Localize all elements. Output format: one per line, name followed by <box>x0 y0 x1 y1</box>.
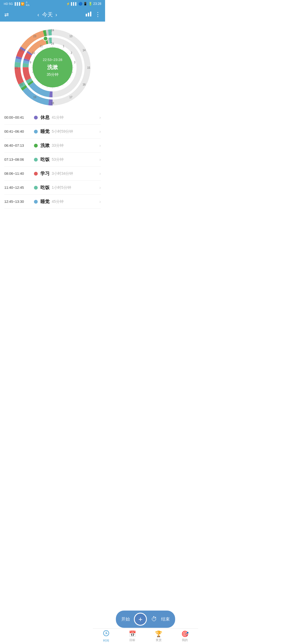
current-date-title: 今天 <box>42 11 53 18</box>
svg-rect-1 <box>88 13 89 16</box>
svg-text:15: 15 <box>87 66 90 69</box>
activity-time: 00:00~00:41 <box>4 115 34 119</box>
svg-text:17: 17 <box>69 96 72 99</box>
prev-day-button[interactable]: ‹ <box>37 12 39 18</box>
chevron-right-icon: › <box>99 199 101 204</box>
activity-item[interactable]: 00:00~00:41 休息 41分钟 › <box>4 111 101 125</box>
activity-list: 00:00~00:41 休息 41分钟 › 00:41~06:40 睡觉 5小时… <box>0 111 105 209</box>
chevron-right-icon: › <box>99 157 101 162</box>
activity-time: 12:45~13:30 <box>4 200 34 204</box>
svg-text:19: 19 <box>33 96 36 99</box>
activity-item[interactable]: 11:40~12:45 吃饭 1小时5分钟 › <box>4 181 101 195</box>
chevron-right-icon: › <box>99 171 101 176</box>
status-left: HD 5G ▐▐▐ 🛜 0K/s <box>4 1 29 6</box>
chevron-right-icon: › <box>99 143 101 148</box>
chevron-right-icon: › <box>99 115 101 120</box>
nav-left: ⇄ <box>4 11 9 18</box>
activity-dot <box>34 158 38 162</box>
svg-text:23: 23 <box>33 35 36 38</box>
top-nav: ⇄ ‹ 今天 › ⋮ <box>0 8 105 22</box>
activity-time: 00:41~06:40 <box>4 129 34 133</box>
activity-dot <box>34 186 38 190</box>
next-day-button[interactable]: › <box>56 12 57 18</box>
more-options-icon[interactable]: ⋮ <box>95 11 101 18</box>
activity-name-text: 休息 <box>40 114 50 121</box>
activity-duration: 45分钟 <box>52 199 99 204</box>
activity-dot <box>34 144 38 148</box>
activity-name-text: 吃饭 <box>40 156 50 163</box>
svg-rect-0 <box>86 14 87 16</box>
clock-status: 🔵 📱 🔋 23:28 <box>78 2 101 6</box>
chart-icon[interactable] <box>86 12 92 18</box>
battery-icon: ▌▌▌ <box>71 2 77 5</box>
chevron-right-icon: › <box>99 185 101 190</box>
svg-text:1: 1 <box>63 45 64 48</box>
status-bar: HD 5G ▐▐▐ 🛜 0K/s ⚡ ▌▌▌ 🔵 📱 🔋 23:28 <box>0 0 105 8</box>
activity-name-text: 睡觉 <box>40 198 50 205</box>
activity-dot <box>34 200 38 204</box>
svg-text:2: 2 <box>71 52 72 54</box>
activity-dot <box>34 172 38 176</box>
activity-name-text: 洗漱 <box>40 142 50 149</box>
data-speed: 0K/s <box>26 1 29 6</box>
svg-rect-2 <box>90 12 91 16</box>
activity-duration: 33分钟 <box>52 143 99 148</box>
activity-time: 06:40~07:13 <box>4 143 34 148</box>
svg-text:24: 24 <box>51 42 54 45</box>
svg-text:24: 24 <box>51 29 54 32</box>
svg-text:18: 18 <box>51 102 54 105</box>
activity-dot <box>34 116 38 119</box>
activity-item[interactable]: 06:40~07:13 洗漱 33分钟 › <box>4 139 101 153</box>
activity-time: 11:40~12:45 <box>4 186 34 190</box>
activity-name-text: 睡觉 <box>40 128 50 135</box>
activity-name-text: 学习 <box>40 170 50 177</box>
chevron-right-icon: › <box>99 129 101 134</box>
signal-icons: HD 5G ▐▐▐ 🛜 <box>4 2 25 6</box>
chart-time-range: 22:53~23:28 <box>43 57 63 63</box>
nav-title-area: ‹ 今天 › <box>37 11 57 18</box>
activity-duration: 5小时59分钟 <box>52 129 99 134</box>
svg-text:22: 22 <box>20 49 23 52</box>
chart-container: 24 1 2 3 4 5 6 7 8 9 10 11 12 24 13 14 1… <box>0 22 105 111</box>
activity-duration: 3小时34分钟 <box>52 171 99 176</box>
svg-text:3: 3 <box>74 61 75 64</box>
activity-time: 07:13~08:06 <box>4 157 34 162</box>
activity-item[interactable]: 08:06~11:40 学习 3小时34分钟 › <box>4 167 101 181</box>
svg-text:14: 14 <box>82 49 86 52</box>
svg-text:10: 10 <box>32 52 35 54</box>
activity-item[interactable]: 00:41~06:40 睡觉 5小时59分钟 › <box>4 125 101 139</box>
activity-item[interactable]: 12:45~13:30 睡觉 45分钟 › <box>4 195 101 209</box>
chart-duration: 35分钟 <box>47 71 58 77</box>
chart-activity-name: 洗漱 <box>47 63 58 71</box>
activity-duration: 41分钟 <box>52 115 99 120</box>
svg-text:16: 16 <box>82 83 86 86</box>
activity-name-text: 吃饭 <box>40 184 50 191</box>
chart-center[interactable]: 22:53~23:28 洗漱 35分钟 <box>33 47 72 87</box>
activity-dot <box>34 130 38 133</box>
activity-duration: 1小时5分钟 <box>52 185 99 190</box>
svg-text:21: 21 <box>15 66 18 69</box>
svg-text:11: 11 <box>40 45 43 48</box>
activity-duration: 53分钟 <box>52 157 99 162</box>
main-content: 24 1 2 3 4 5 6 7 8 9 10 11 12 24 13 14 1… <box>0 22 105 228</box>
bluetooth-icon: ⚡ <box>66 2 70 6</box>
status-right: ⚡ ▌▌▌ 🔵 📱 🔋 23:28 <box>66 2 101 6</box>
current-time-dot <box>43 36 48 41</box>
activity-time: 08:06~11:40 <box>4 172 34 176</box>
svg-text:9: 9 <box>30 61 31 64</box>
activity-item[interactable]: 07:13~08:06 吃饭 53分钟 › <box>4 153 101 167</box>
donut-chart[interactable]: 24 1 2 3 4 5 6 7 8 9 10 11 12 24 13 14 1… <box>12 27 93 108</box>
swap-icon[interactable]: ⇄ <box>4 11 9 18</box>
nav-right: ⋮ <box>86 11 101 18</box>
svg-text:20: 20 <box>20 83 23 86</box>
svg-text:13: 13 <box>69 35 72 38</box>
